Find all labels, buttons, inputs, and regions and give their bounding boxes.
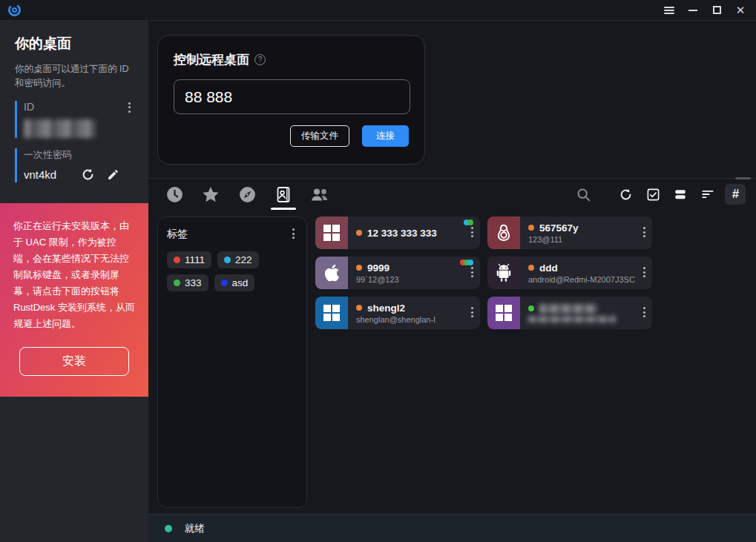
id-more-menu-icon[interactable]	[128, 102, 131, 113]
tag-color-dot	[174, 257, 180, 263]
peer-status-dot	[356, 265, 362, 271]
peer-os-icon	[315, 217, 348, 249]
edit-password-icon[interactable]	[105, 168, 120, 182]
tags-panel: 标签 1111 222 333 asd	[157, 217, 307, 508]
tags-more-menu-icon[interactable]	[292, 228, 295, 239]
tab-recent-sessions[interactable]	[165, 185, 184, 204]
control-remote-desktop-title: 控制远程桌面	[174, 51, 249, 68]
tab-favorites[interactable]	[201, 185, 220, 204]
sidebar-title: 你的桌面	[0, 21, 148, 53]
tag-pill[interactable]: 333	[167, 274, 208, 291]
peer-status-dot	[528, 225, 534, 231]
peer-tag-dots	[466, 219, 473, 225]
tag-label: 1111	[185, 254, 205, 265]
checkbox-icon[interactable]	[642, 184, 663, 205]
remote-id-input[interactable]	[174, 79, 410, 114]
password-value: vnt4kd	[24, 168, 56, 181]
windows-logo-icon	[496, 305, 512, 321]
connect-button[interactable]: 连接	[362, 125, 409, 147]
peer-tag-dots	[462, 260, 473, 265]
tag-label: 333	[185, 277, 202, 288]
tag-color-dot	[174, 280, 180, 286]
install-button[interactable]: 安装	[19, 347, 129, 376]
windows-logo-icon	[323, 225, 340, 241]
tag-pill[interactable]: 222	[217, 251, 259, 268]
clock-icon	[165, 185, 184, 204]
peer-subtitle: android@Redmi-M2007J3SC	[528, 275, 652, 284]
grid-view-icon[interactable]: #	[725, 184, 746, 205]
peer-card[interactable]: shengl2 shenglan@shenglan-l	[315, 297, 480, 329]
peer-os-icon	[487, 297, 520, 329]
peer-menu-icon[interactable]	[471, 307, 473, 317]
peer-name: 12 333 333 333	[367, 228, 437, 239]
peer-status-dot	[356, 230, 362, 236]
tag-label: asd	[232, 277, 249, 288]
peer-status-dot	[528, 265, 534, 271]
section-divider	[148, 178, 756, 179]
peer-grid: 12 333 333 333 567567y 123@111 9999 99`1…	[315, 217, 747, 508]
minimize-icon[interactable]	[683, 2, 703, 19]
rustdesk-logo-icon	[7, 3, 22, 17]
peer-menu-icon[interactable]	[643, 227, 645, 237]
peer-name: shengl2	[367, 303, 405, 314]
tab-discovered[interactable]	[237, 185, 257, 204]
peer-menu-icon[interactable]	[643, 307, 645, 317]
peer-card[interactable]: 567567y 123@111	[487, 217, 652, 249]
peer-os-icon	[315, 297, 348, 329]
password-section: 一次性密码 vnt4kd	[15, 148, 148, 182]
tag-pill[interactable]: 1111	[167, 251, 211, 268]
peer-status-dot	[528, 305, 534, 311]
peer-subtitle: shenglan@shenglan-l	[356, 315, 480, 324]
tab-address-book[interactable]	[274, 185, 293, 204]
peer-subtitle: 99`12@123	[356, 275, 480, 284]
install-banner-text: 你正在运行未安装版本，由于 UAC 限制，作为被控端，会在某些情况下无法控制鼠标…	[13, 218, 135, 333]
peer-card[interactable]	[487, 297, 652, 329]
peer-subtitle: 123@111	[528, 235, 652, 244]
tag-color-dot	[221, 280, 228, 286]
peer-name: ddd	[539, 262, 558, 274]
status-text: 就绪	[185, 522, 205, 535]
compass-icon	[238, 185, 257, 204]
cards-view-icon[interactable]	[670, 184, 691, 205]
window-titlebar: ✕	[0, 0, 756, 21]
status-ready-dot	[165, 525, 172, 532]
password-label: 一次性密码	[24, 148, 148, 162]
sidebar: 你的桌面 你的桌面可以通过下面的 ID 和密码访问。 ID 一次性密码 vnt4…	[0, 21, 148, 542]
linux-tux-icon	[494, 222, 513, 243]
peer-toolbar: #	[148, 179, 756, 210]
peer-card[interactable]: ddd android@Redmi-M2007J3SC	[487, 257, 652, 289]
star-icon	[201, 185, 220, 204]
menu-icon[interactable]	[660, 2, 679, 19]
group-icon	[309, 185, 330, 204]
peer-os-icon	[315, 257, 348, 289]
scrollbar-thumb[interactable]	[735, 177, 751, 179]
search-icon[interactable]	[573, 184, 594, 205]
peer-menu-icon[interactable]	[643, 267, 645, 277]
peer-menu-icon[interactable]	[471, 227, 473, 237]
peer-subtitle-redacted	[528, 316, 616, 323]
refresh-icon[interactable]	[615, 184, 636, 205]
tag-label: 222	[235, 254, 252, 265]
tag-list: 1111 222 333 asd	[167, 251, 298, 291]
maximize-icon[interactable]	[707, 2, 726, 19]
install-banner: 你正在运行未安装版本，由于 UAC 限制，作为被控端，会在某些情况下无法控制鼠标…	[0, 203, 148, 397]
tab-group[interactable]	[310, 185, 329, 204]
sort-icon[interactable]	[697, 184, 718, 205]
tag-pill[interactable]: asd	[214, 274, 255, 291]
android-robot-icon	[494, 262, 513, 283]
help-circle-icon[interactable]: ?	[254, 54, 266, 65]
windows-logo-icon	[323, 305, 340, 321]
tag-color-dot	[224, 257, 231, 263]
peer-card[interactable]: 12 333 333 333	[315, 217, 480, 249]
peer-status-dot	[356, 305, 362, 311]
peer-name-redacted	[539, 304, 597, 314]
statusbar: 就绪	[148, 514, 756, 542]
peer-menu-icon[interactable]	[471, 267, 473, 277]
peer-name: 567567y	[539, 222, 579, 234]
peer-card[interactable]: 9999 99`12@123	[315, 257, 480, 289]
close-icon[interactable]: ✕	[731, 2, 750, 19]
transfer-file-button[interactable]: 传输文件	[290, 125, 349, 147]
main-area: 控制远程桌面 ? 传输文件 连接	[148, 21, 756, 542]
refresh-password-icon[interactable]	[80, 168, 95, 182]
peer-os-icon	[487, 257, 520, 289]
